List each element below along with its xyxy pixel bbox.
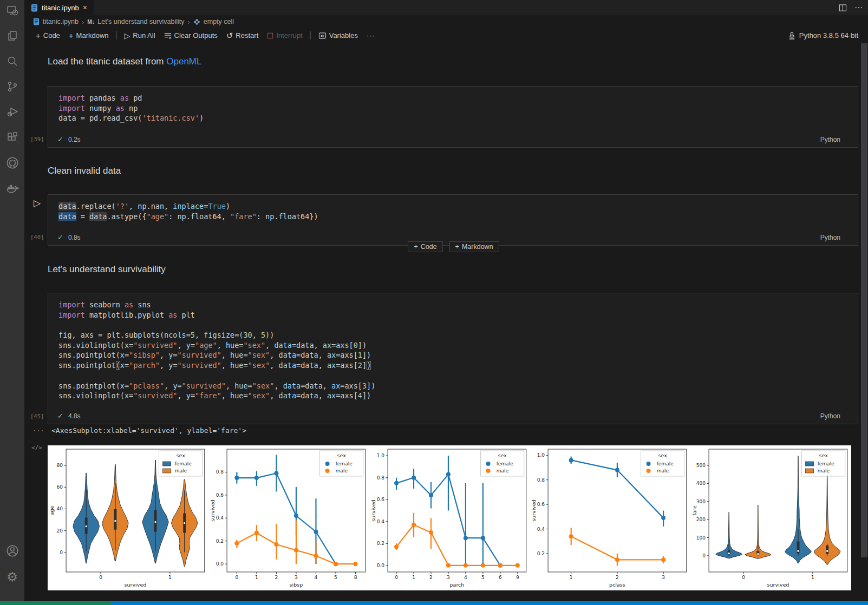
tab-titanic-ipynb[interactable]: titanic.ipynb ×: [24, 0, 94, 15]
svg-text:fare: fare: [691, 505, 697, 516]
cell-language[interactable]: Python: [820, 234, 840, 241]
svg-text:1.0: 1.0: [537, 452, 545, 458]
notebook-toolbar: +Code +Markdown ▷Run All Clear Outputs ↺…: [24, 28, 868, 43]
svg-text:female: female: [175, 461, 192, 466]
code-editor[interactable]: import pandas as pdimport numpy as npdat…: [48, 87, 858, 123]
code-cell-imports[interactable]: import pandas as pdimport numpy as npdat…: [48, 86, 858, 148]
add-code-button[interactable]: +Code: [31, 29, 64, 42]
notebook: Load the titanic dataset from OpenML imp…: [24, 43, 868, 601]
svg-text:2: 2: [616, 575, 619, 580]
svg-text:0.6: 0.6: [216, 492, 224, 498]
code-line: [58, 320, 858, 330]
svg-text:3: 3: [295, 575, 298, 580]
execution-count: [40]: [30, 234, 47, 240]
code-editor[interactable]: import seaborn as snsimport matplotlib.p…: [48, 293, 858, 401]
markdown-cell-load[interactable]: Load the titanic dataset from OpenML: [48, 56, 201, 67]
add-markdown-button[interactable]: +Markdown: [64, 29, 113, 42]
docker-icon[interactable]: [0, 177, 24, 199]
explorer-icon[interactable]: [0, 25, 24, 47]
svg-text:0: 0: [395, 575, 398, 580]
markdown-cell-icon: M↓: [87, 18, 94, 25]
insert-markdown-button[interactable]: +Markdown: [449, 241, 499, 252]
remote-explorer-icon[interactable]: [0, 0, 24, 22]
plot-output: 02040608001survivedagesexfemalemale 0.00…: [48, 445, 851, 590]
chevron-right-icon: ›: [187, 18, 190, 26]
svg-text:age: age: [49, 506, 55, 516]
rendered-output-icon[interactable]: </>: [31, 444, 42, 451]
openml-link[interactable]: OpenML: [166, 56, 201, 67]
svg-text:0.8: 0.8: [376, 475, 384, 481]
markdown-cell-clean[interactable]: Clean invalid data: [48, 166, 121, 176]
svg-text:female: female: [496, 461, 513, 466]
svg-text:1: 1: [570, 575, 573, 580]
svg-text:0: 0: [60, 550, 63, 555]
svg-text:6: 6: [499, 575, 502, 580]
interrupt-icon: [267, 32, 273, 39]
run-cell-button[interactable]: ▷: [34, 198, 41, 209]
cell-status: ✓0.8s: [57, 233, 81, 241]
svg-text:sibsp: sibsp: [289, 582, 303, 588]
markdown-cell-survivability[interactable]: Let's understand survivability: [48, 264, 166, 275]
svg-text:0: 0: [703, 553, 706, 558]
cell-language[interactable]: Python: [820, 412, 840, 420]
run-all-button[interactable]: ▷Run All: [120, 29, 160, 42]
plus-icon: +: [36, 31, 41, 40]
insert-cell-buttons: +Code +Markdown: [24, 241, 868, 252]
markdown-text: Let's understand survivability: [48, 264, 166, 274]
cell-language[interactable]: Python: [820, 136, 840, 143]
search-icon[interactable]: [0, 50, 24, 72]
run-debug-icon[interactable]: [0, 101, 24, 123]
extensions-icon[interactable]: [0, 127, 24, 148]
kernel-picker[interactable]: Python 3.8.5 64-bit: [788, 28, 858, 43]
svg-text:female: female: [657, 461, 674, 466]
notebook-file-icon: [33, 18, 40, 25]
code-line: data = pd.read_csv('titanic.csv'): [58, 113, 858, 123]
svg-text:4: 4: [464, 575, 467, 580]
svg-text:1: 1: [168, 575, 172, 580]
split-editor-icon[interactable]: [839, 4, 847, 12]
breadcrumb-file[interactable]: titanic.ipynb: [43, 18, 79, 25]
tab-close-icon[interactable]: ×: [83, 4, 87, 11]
code-cell-plots[interactable]: import seaborn as snsimport matplotlib.p…: [48, 293, 858, 424]
status-bar-main[interactable]: [111, 601, 868, 605]
svg-text:80: 80: [57, 463, 63, 468]
svg-text:9: 9: [516, 575, 519, 580]
account-icon[interactable]: [0, 540, 24, 562]
breadcrumb: titanic.ipynb › M↓ Let's understand surv…: [24, 15, 868, 28]
violin-age-chart: 02040608001survivedagesexfemalemale: [48, 445, 208, 590]
breadcrumb-section[interactable]: Let's understand survivability: [97, 18, 184, 25]
svg-text:sex: sex: [498, 452, 507, 458]
insert-code-button[interactable]: +Code: [408, 241, 442, 252]
breadcrumb-cell[interactable]: empty cell: [204, 18, 234, 25]
tab-bar: titanic.ipynb × ⋯: [24, 0, 868, 15]
plus-icon: +: [69, 31, 74, 40]
collapsed-output-icon[interactable]: ...: [32, 425, 44, 433]
editor-scrollbar[interactable]: [861, 43, 867, 557]
restart-button[interactable]: ↺Restart: [222, 29, 263, 42]
svg-text:male: male: [175, 468, 187, 474]
toolbar-more-icon[interactable]: ···: [362, 29, 380, 42]
github-icon[interactable]: [0, 152, 24, 174]
svg-text:male: male: [657, 468, 669, 474]
code-editor[interactable]: data.replace('?', np.nan, inplace=True)d…: [48, 195, 858, 221]
execution-count: [45]: [30, 413, 47, 419]
editor-more-actions-icon[interactable]: ⋯: [854, 3, 863, 12]
settings-gear-icon[interactable]: ⚙: [0, 566, 24, 588]
clear-outputs-button[interactable]: Clear Outputs: [160, 29, 222, 42]
code-cell-clean[interactable]: data.replace('?', np.nan, inplace=True)d…: [48, 194, 858, 246]
vscode-window: ⚙ titanic.ipynb × ⋯ titanic.ipynb › M↓ L…: [0, 0, 868, 605]
variables-button[interactable]: Variables: [314, 29, 362, 42]
cell-status: ✓0.2s: [57, 135, 81, 143]
code-line: data.replace('?', np.nan, inplace=True): [58, 201, 858, 212]
svg-text:1: 1: [811, 575, 814, 580]
success-check-icon: ✓: [57, 135, 63, 143]
remote-indicator[interactable]: [0, 601, 111, 605]
source-control-icon[interactable]: [0, 76, 24, 97]
svg-text:300: 300: [696, 499, 706, 504]
svg-text:parch: parch: [449, 582, 464, 588]
interrupt-button[interactable]: Interrupt: [263, 29, 306, 42]
activity-bar: ⚙: [0, 0, 24, 605]
success-check-icon: ✓: [57, 412, 63, 420]
svg-text:0.2: 0.2: [376, 541, 384, 546]
svg-text:0.6: 0.6: [537, 502, 545, 507]
